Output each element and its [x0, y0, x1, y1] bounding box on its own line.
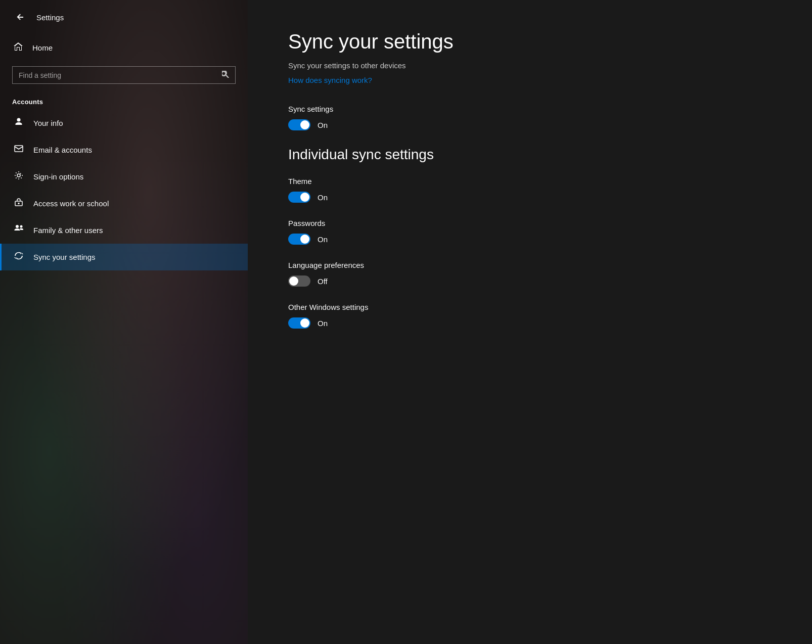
your-info-icon [12, 117, 25, 129]
sign-in-options-label: Sign-in options [33, 172, 83, 181]
page-title: Sync your settings [288, 30, 772, 53]
passwords-toggle-thumb [300, 235, 309, 244]
access-work-school-icon [12, 197, 25, 210]
home-label: Home [32, 43, 53, 52]
title-bar: Settings [0, 0, 248, 34]
language-prefs-toggle[interactable] [288, 275, 310, 287]
theme-label: Theme [288, 177, 772, 186]
sidebar-item-family-other-users[interactable]: Family & other users [0, 217, 248, 244]
svg-rect-1 [15, 146, 23, 152]
individual-sync-heading: Individual sync settings [288, 147, 772, 163]
passwords-state: On [318, 235, 328, 244]
sidebar-item-email-accounts[interactable]: Email & accounts [0, 136, 248, 163]
svg-point-5 [16, 225, 19, 228]
sync-your-settings-icon [12, 251, 25, 263]
page-subtitle: Sync your settings to other devices [288, 61, 772, 70]
theme-state: On [318, 193, 328, 202]
sidebar-item-sync-your-settings[interactable]: Sync your settings [0, 244, 248, 270]
theme-toggle-row: On [288, 192, 772, 203]
accounts-section-label: Accounts [0, 89, 248, 110]
email-accounts-icon [12, 144, 25, 156]
help-link[interactable]: How does syncing work? [288, 76, 372, 84]
theme-setting-group: Theme On [288, 177, 772, 203]
sync-settings-toggle-thumb [300, 120, 309, 129]
sync-settings-state: On [318, 121, 328, 129]
language-prefs-state: Off [318, 277, 328, 286]
theme-toggle[interactable] [288, 192, 310, 203]
sync-settings-toggle[interactable] [288, 119, 310, 130]
back-button[interactable] [12, 9, 28, 25]
sync-settings-toggle-row: On [288, 119, 772, 130]
home-icon [12, 41, 24, 54]
settings-title: Settings [36, 13, 64, 22]
access-work-school-label: Access work or school [33, 199, 109, 208]
passwords-label: Passwords [288, 219, 772, 227]
search-box[interactable] [12, 66, 236, 84]
passwords-toggle[interactable] [288, 234, 310, 245]
sign-in-options-icon [12, 170, 25, 183]
main-content: Sync your settings Sync your settings to… [248, 0, 812, 644]
your-info-label: Your info [33, 119, 63, 127]
family-other-users-icon [12, 224, 25, 237]
theme-toggle-thumb [300, 193, 309, 202]
sidebar-content: Settings Home Accounts [0, 0, 248, 644]
sidebar-item-sign-in-options[interactable]: Sign-in options [0, 163, 248, 190]
language-prefs-label: Language preferences [288, 261, 772, 269]
other-windows-settings-toggle-row: On [288, 317, 772, 329]
family-other-users-label: Family & other users [33, 226, 103, 235]
sync-settings-label: Sync settings [288, 105, 772, 113]
language-prefs-setting-group: Language preferences Off [288, 261, 772, 287]
svg-point-2 [17, 174, 20, 177]
sidebar-item-home[interactable]: Home [0, 34, 248, 61]
other-windows-settings-state: On [318, 319, 328, 328]
svg-point-0 [17, 118, 21, 122]
sidebar-item-your-info[interactable]: Your info [0, 110, 248, 136]
passwords-setting-group: Passwords On [288, 219, 772, 245]
other-windows-settings-toggle-thumb [300, 318, 309, 328]
search-input[interactable] [19, 71, 218, 79]
other-windows-settings-group: Other Windows settings On [288, 303, 772, 329]
sidebar: Settings Home Accounts [0, 0, 248, 644]
svg-point-6 [20, 225, 23, 228]
sidebar-item-access-work-school[interactable]: Access work or school [0, 190, 248, 217]
search-icon[interactable] [222, 71, 229, 79]
sync-settings-group: Sync settings On [288, 105, 772, 130]
language-prefs-toggle-thumb [289, 277, 298, 286]
other-windows-settings-toggle[interactable] [288, 317, 310, 329]
sync-your-settings-label: Sync your settings [33, 253, 96, 261]
email-accounts-label: Email & accounts [33, 146, 92, 154]
other-windows-settings-label: Other Windows settings [288, 303, 772, 311]
svg-rect-4 [18, 203, 20, 204]
language-prefs-toggle-row: Off [288, 275, 772, 287]
passwords-toggle-row: On [288, 234, 772, 245]
